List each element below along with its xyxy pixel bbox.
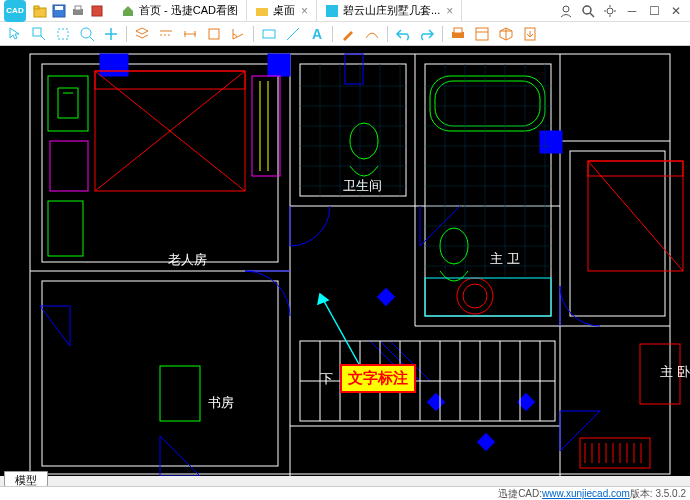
redo-button[interactable] [416,24,438,44]
svg-rect-72 [580,438,650,468]
svg-rect-59 [428,394,445,411]
drawing-canvas[interactable]: 老人房卫生间主 卫书房下主 卧更衣间 文字标注 [0,46,690,476]
search-icon[interactable] [578,3,598,19]
linetype-tool[interactable] [155,24,177,44]
close-icon[interactable]: × [301,4,308,18]
svg-rect-52 [100,54,128,76]
layers-tool[interactable] [131,24,153,44]
folder-icon [255,4,269,18]
svg-rect-33 [476,28,488,40]
rect-tool[interactable] [258,24,280,44]
tab-drawing[interactable]: 碧云山庄别墅几套... × [317,0,462,21]
svg-point-20 [81,28,91,38]
svg-rect-60 [478,434,495,451]
pan-tool[interactable] [100,24,122,44]
file-open-icon[interactable] [32,3,48,19]
room-label: 老人房 [168,251,207,269]
maximize-button[interactable]: ☐ [644,3,664,19]
svg-rect-27 [209,29,219,39]
svg-rect-19 [58,29,68,39]
svg-rect-91 [252,76,280,176]
svg-rect-89 [435,81,540,126]
svg-point-12 [607,8,613,14]
measure-angle-tool[interactable] [227,24,249,44]
layer-mgr-button[interactable] [471,24,493,44]
close-button[interactable]: ✕ [666,3,686,19]
svg-point-84 [463,284,487,308]
status-bar: 迅捷CAD: www.xunjiecad.com 版本: 3.5.0.2 [0,486,690,500]
svg-point-83 [457,278,493,314]
svg-rect-87 [160,366,200,421]
room-label: 下 [320,370,333,388]
svg-rect-55 [345,54,363,84]
svg-line-18 [41,36,45,40]
document-tabs: 首页 - 迅捷CAD看图 桌面 × 碧云山庄别墅几套... × [113,0,556,21]
svg-text:A: A [312,26,322,42]
user-icon[interactable] [556,3,576,19]
export-icon[interactable] [89,3,105,19]
room-label: 主 卫 [490,250,520,268]
print-button[interactable] [447,24,469,44]
room-label: 卫生间 [343,177,382,195]
floor-plan-drawing [0,46,690,476]
zoom-window-tool[interactable] [28,24,50,44]
export-button[interactable] [519,24,541,44]
svg-line-29 [287,28,299,40]
measure-dist-tool[interactable] [179,24,201,44]
svg-rect-71 [588,161,683,176]
svg-rect-28 [263,30,275,38]
room-label: 主 卧 [660,363,690,381]
tab-label: 桌面 [273,3,295,18]
svg-rect-5 [75,6,81,10]
titlebar: CAD 首页 - 迅捷CAD看图 桌面 × 碧云山庄别墅几套... × ─ ☐ … [0,0,690,22]
svg-marker-137 [318,294,328,304]
tab-home[interactable]: 首页 - 迅捷CAD看图 [113,0,247,21]
titlebar-quick-icons [32,3,105,19]
tab-label: 首页 - 迅捷CAD看图 [139,3,238,18]
cad-file-icon [325,4,339,18]
undo-button[interactable] [392,24,414,44]
status-prefix: 迅捷CAD: [498,487,542,501]
text-tool[interactable]: A [306,24,328,44]
save-icon[interactable] [51,3,67,19]
status-version: 版本: 3.5.0.2 [630,487,686,501]
tab-label: 碧云山庄别墅几套... [343,3,440,18]
status-link[interactable]: www.xunjiecad.com [542,488,630,499]
svg-rect-6 [92,6,102,16]
home-icon [121,4,135,18]
svg-rect-85 [48,76,88,131]
svg-rect-17 [33,28,41,36]
svg-rect-1 [34,6,39,9]
svg-rect-88 [430,76,545,131]
svg-rect-86 [48,201,83,256]
app-logo: CAD [4,0,26,22]
svg-rect-7 [256,8,268,16]
separator [126,26,127,42]
cursor-tool[interactable] [4,24,26,44]
separator [253,26,254,42]
svg-rect-8 [326,5,338,17]
svg-rect-54 [540,131,562,153]
view-3d-button[interactable] [495,24,517,44]
settings-icon[interactable] [600,3,620,19]
print-icon[interactable] [70,3,86,19]
svg-line-11 [590,13,594,17]
measure-area-tool[interactable] [203,24,225,44]
draw-curve-tool[interactable] [361,24,383,44]
svg-rect-47 [42,64,278,262]
line-tool[interactable] [282,24,304,44]
svg-rect-58 [378,289,395,306]
minimize-button[interactable]: ─ [622,3,642,19]
svg-rect-3 [55,6,63,10]
separator [442,26,443,42]
svg-rect-90 [50,141,88,191]
zoom-extents-tool[interactable] [52,24,74,44]
window-controls: ─ ☐ ✕ [556,3,686,19]
draw-pencil-tool[interactable] [337,24,359,44]
tab-desktop[interactable]: 桌面 × [247,0,317,21]
text-annotation-callout: 文字标注 [340,364,416,393]
zoom-in-tool[interactable] [76,24,98,44]
close-icon[interactable]: × [446,4,453,18]
svg-point-9 [563,6,569,12]
separator [332,26,333,42]
